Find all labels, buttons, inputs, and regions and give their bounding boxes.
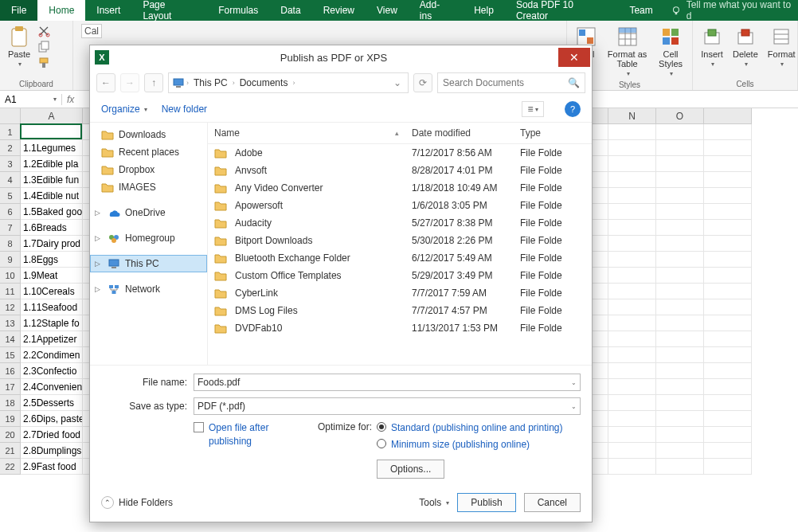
refresh-button[interactable]: ⟳ (413, 73, 432, 92)
open-after-publish-checkbox[interactable]: Open file after publishing (194, 421, 313, 448)
cell[interactable] (608, 220, 656, 236)
cell[interactable] (608, 363, 656, 379)
cell[interactable]: 1.10Cereals (21, 284, 83, 299)
tree-item-this-pc[interactable]: ▷This PC (90, 255, 207, 272)
tell-me-search[interactable]: Tell me what you want to d (671, 0, 798, 21)
publish-button[interactable]: Publish (457, 493, 515, 512)
font-family-combo[interactable]: Cal (81, 24, 102, 38)
cell[interactable] (21, 124, 83, 140)
cell[interactable] (656, 220, 704, 236)
row-header[interactable]: 10 (0, 268, 21, 284)
cell[interactable] (608, 299, 656, 315)
cell[interactable] (656, 395, 704, 411)
row-header[interactable]: 9 (0, 252, 21, 268)
insert-cells-button[interactable]: Insert▾ (698, 24, 726, 69)
tab-soda-pdf-10-creator[interactable]: Soda PDF 10 Creator (505, 0, 619, 21)
chevron-down-icon[interactable]: ⌄ (571, 403, 577, 410)
tools-menu[interactable]: Tools ▾ (419, 497, 449, 508)
cell[interactable]: 2.2Condimen (21, 347, 83, 363)
savetype-combo[interactable]: PDF (*.pdf)⌄ (194, 397, 581, 415)
back-button[interactable]: ← (96, 73, 115, 92)
delete-cells-button[interactable]: Delete▾ (730, 24, 761, 69)
cell[interactable] (608, 172, 656, 188)
tree-item-network[interactable]: ▷Network (90, 280, 207, 298)
cell[interactable] (704, 427, 752, 443)
cell[interactable]: 2.9Fast food (21, 459, 83, 475)
cell[interactable]: 1.5Baked goo (21, 204, 83, 220)
cell[interactable] (608, 331, 656, 347)
cell[interactable] (608, 379, 656, 395)
file-row[interactable]: Apowersoft1/6/2018 3:05 PMFile Folde (208, 197, 592, 214)
cell[interactable] (656, 379, 704, 395)
cell[interactable] (608, 268, 656, 284)
cell[interactable] (656, 124, 704, 140)
cell[interactable] (704, 347, 752, 363)
row-header[interactable]: 18 (0, 395, 21, 411)
row-header[interactable]: 2 (0, 140, 21, 156)
cell[interactable] (656, 268, 704, 284)
cell[interactable]: 1.1Legumes (21, 140, 83, 156)
file-row[interactable]: DVDFab1011/13/2017 1:53 PMFile Folde (208, 319, 592, 337)
cell[interactable]: 2.3Confectio (21, 363, 83, 379)
tab-review[interactable]: Review (312, 0, 366, 21)
tab-file[interactable]: File (0, 0, 37, 21)
row-header[interactable]: 6 (0, 204, 21, 220)
cell[interactable] (704, 252, 752, 268)
cell[interactable]: 2.5Desserts (21, 395, 83, 411)
cell[interactable] (608, 188, 656, 204)
cell[interactable]: 1.8Eggs (21, 252, 83, 268)
chevron-down-icon[interactable]: ⌄ (390, 77, 405, 88)
file-row[interactable]: Bluetooth Exchange Folder6/12/2017 5:49 … (208, 249, 592, 267)
cell[interactable] (608, 204, 656, 220)
close-button[interactable]: ✕ (558, 48, 590, 67)
cell[interactable]: 1.6Breads (21, 220, 83, 236)
cell[interactable] (704, 284, 752, 299)
cell[interactable] (656, 363, 704, 379)
file-row[interactable]: Any Video Converter1/18/2018 10:49 AMFil… (208, 179, 592, 197)
cell[interactable] (656, 443, 704, 459)
cell[interactable] (608, 443, 656, 459)
cell[interactable] (704, 379, 752, 395)
breadcrumb[interactable]: › This PC › Documents › ⌄ (168, 72, 409, 93)
copy-icon[interactable] (37, 40, 51, 54)
tab-home[interactable]: Home (37, 0, 85, 21)
cell[interactable]: 2.1Appetizer (21, 331, 83, 347)
tree-item-dropbox[interactable]: Dropbox (90, 161, 207, 178)
cell[interactable]: 2.6Dips, paste (21, 411, 83, 427)
header-date[interactable]: Date modified (405, 123, 514, 143)
row-header[interactable]: 14 (0, 331, 21, 347)
view-options-button[interactable]: ≡ ▾ (522, 101, 544, 117)
cell[interactable]: 1.7Dairy prod (21, 236, 83, 252)
cell[interactable] (608, 284, 656, 299)
cell[interactable]: 1.12Staple fo (21, 315, 83, 331)
cell[interactable] (704, 363, 752, 379)
cell[interactable] (656, 427, 704, 443)
cell[interactable]: 1.9Meat (21, 268, 83, 284)
optimize-minimum-radio[interactable]: Minimum size (publishing online) (377, 438, 581, 452)
cell[interactable] (608, 124, 656, 140)
header-type[interactable]: Type (514, 123, 592, 143)
cell[interactable]: 2.4Convenien (21, 379, 83, 395)
cell[interactable] (656, 236, 704, 252)
forward-button[interactable]: → (120, 73, 139, 92)
cell[interactable] (704, 124, 752, 140)
tab-formulas[interactable]: Formulas (207, 0, 269, 21)
row-header[interactable]: 1 (0, 124, 21, 140)
tab-insert[interactable]: Insert (85, 0, 131, 21)
tree-item-images[interactable]: IMAGES (90, 178, 207, 196)
tree-item-homegroup[interactable]: ▷Homegroup (90, 229, 207, 247)
cell[interactable]: 1.2Edible pla (21, 156, 83, 172)
format-cells-button[interactable]: Format▾ (765, 24, 798, 69)
row-header[interactable]: 13 (0, 315, 21, 331)
cell[interactable] (608, 156, 656, 172)
format-as-table-button[interactable]: Format as Table▾ (604, 24, 651, 79)
cell[interactable] (704, 315, 752, 331)
col-header[interactable] (704, 108, 752, 124)
cancel-button[interactable]: Cancel (524, 493, 581, 512)
file-row[interactable]: CyberLink7/7/2017 7:59 AMFile Folde (208, 284, 592, 302)
cell[interactable] (656, 331, 704, 347)
cell[interactable] (608, 395, 656, 411)
file-list-header[interactable]: Name ▴ Date modified Type (208, 123, 592, 144)
tab-data[interactable]: Data (269, 0, 311, 21)
cell[interactable] (608, 427, 656, 443)
